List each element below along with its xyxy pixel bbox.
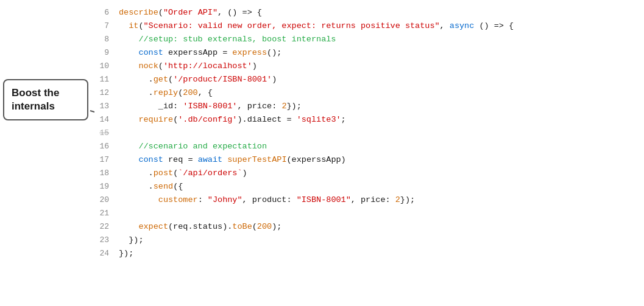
code-token: const [138, 155, 163, 164]
code-token: `/api/orders` [178, 169, 242, 178]
code-line: 19 .send({ [94, 180, 644, 193]
code-content: it("Scenario: valid new order, expect: r… [119, 19, 644, 33]
code-token: post [154, 169, 173, 178]
code-token [119, 142, 138, 151]
code-token: ) [252, 61, 257, 71]
line-number: 12 [94, 86, 119, 100]
code-token: ).dialect = [237, 115, 296, 124]
code-token: 'sqlite3' [297, 115, 341, 124]
line-number: 21 [94, 207, 119, 220]
code-line: 8 //setup: stub externals, boost interna… [94, 33, 644, 46]
line-number: 7 [94, 19, 119, 33]
line-number: 20 [94, 193, 119, 207]
code-token: req = [163, 155, 198, 164]
code-token: : [198, 195, 208, 204]
code-token: send [154, 182, 173, 191]
code-token: 'http://localhost' [163, 61, 252, 71]
code-content: require('.db/config').dialect = 'sqlite3… [119, 113, 644, 127]
code-token [119, 48, 138, 57]
code-content: //setup: stub externals, boost internals [119, 33, 644, 46]
code-content: const experssApp = express(); [119, 46, 644, 60]
code-line: 17 const req = await superTestAPI(expers… [94, 153, 644, 167]
code-token: ); [272, 222, 281, 231]
code-token: describe [119, 8, 158, 17]
code-token: 2 [395, 195, 400, 204]
code-token: , [440, 21, 450, 30]
code-token: superTestAPI [227, 155, 286, 164]
code-line: 11 .get('/product/ISBN-8001') [94, 73, 644, 86]
code-token: customer [158, 195, 198, 204]
code-token: //scenario and expectation [138, 142, 267, 151]
code-line: 9 const experssApp = express(); [94, 46, 644, 60]
code-token: , () => { [218, 8, 262, 17]
code-line: 15 [94, 127, 644, 140]
line-number: 23 [94, 234, 119, 247]
callout-boost-text2: internals [12, 100, 55, 112]
code-token: ) [242, 169, 247, 178]
code-line: 20 customer: "Johny", product: "ISBN-800… [94, 193, 644, 207]
line-number: 11 [94, 73, 119, 86]
code-content: .send({ [119, 180, 644, 193]
code-token: const [138, 48, 163, 57]
line-number: 13 [94, 100, 119, 113]
code-content: describe("Order API", () => { [119, 6, 644, 19]
callout-boost: Boost the internals [3, 79, 88, 120]
code-token: ) [272, 75, 277, 84]
code-token: expect [138, 222, 168, 231]
code-token: }); [119, 249, 133, 258]
code-token: , { [198, 88, 213, 97]
code-token: _id: [119, 102, 183, 111]
code-content: .reply(200, { [119, 86, 644, 100]
code-token: require [138, 115, 173, 124]
code-token: . [119, 88, 154, 97]
line-number: 14 [94, 113, 119, 127]
code-token: }); [400, 195, 415, 204]
code-token: "Scenario: valid new order, expect: retu… [144, 21, 440, 30]
line-number: 16 [94, 140, 119, 153]
code-token: experssApp = [163, 48, 232, 57]
code-content: //scenario and expectation [119, 140, 644, 153]
code-token: async [450, 21, 475, 30]
code-token: ( [158, 8, 163, 17]
callout-boost-text: Boost the [12, 87, 59, 99]
code-token: '.db/config' [178, 115, 237, 124]
code-token [119, 155, 138, 164]
code-token [119, 222, 138, 231]
code-token: //setup: stub externals, boost internals [138, 35, 336, 44]
code-token: (req.status). [168, 222, 232, 231]
code-token: get [154, 75, 168, 84]
line-number: 22 [94, 220, 119, 234]
code-content: }); [119, 247, 644, 260]
code-line: 12 .reply(200, { [94, 86, 644, 100]
line-number: 10 [94, 60, 119, 73]
code-token: 200 [257, 222, 272, 231]
code-token [119, 61, 138, 71]
code-content: .get('/product/ISBN-8001') [119, 73, 644, 86]
code-token: , price: [237, 102, 281, 111]
code-line: 10 nock('http://localhost') [94, 60, 644, 73]
code-token [119, 195, 158, 204]
line-number: 24 [94, 247, 119, 260]
code-line: 14 require('.db/config').dialect = 'sqli… [94, 113, 644, 127]
code-token: ( [138, 21, 143, 30]
code-line: 18 .post(`/api/orders`) [94, 167, 644, 180]
code-content: nock('http://localhost') [119, 60, 644, 73]
code-token: express [232, 48, 267, 57]
code-token: ( [158, 61, 163, 71]
code-token: "Order API" [163, 8, 218, 17]
code-token: '/product/ISBN-8001' [173, 75, 272, 84]
line-number: 6 [94, 6, 119, 19]
code-line: 7 it("Scenario: valid new order, expect:… [94, 19, 644, 33]
line-number: 9 [94, 46, 119, 60]
code-token: "ISBN-8001" [297, 195, 351, 204]
code-token: 200 [183, 88, 197, 97]
code-line: 13 _id: 'ISBN-8001', price: 2}); [94, 100, 644, 113]
line-number: 15 [94, 127, 119, 140]
code-content: .post(`/api/orders`) [119, 167, 644, 180]
code-line: 21 [94, 207, 644, 220]
code-line: 24}); [94, 247, 644, 260]
code-token: , product: [242, 195, 297, 204]
code-line: 23 }); [94, 234, 644, 247]
line-number: 18 [94, 167, 119, 180]
line-number: 19 [94, 180, 119, 193]
